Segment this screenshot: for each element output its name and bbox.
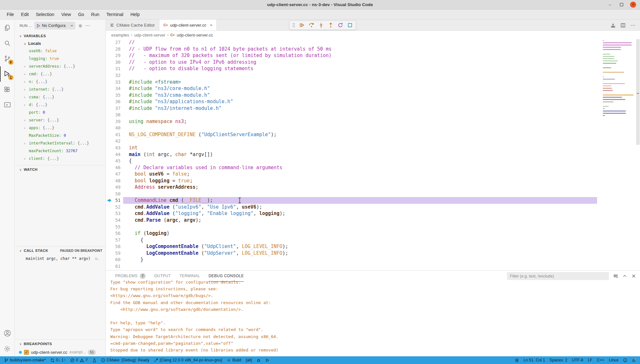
branch-indicator[interactable]: buildsystem-cmake*: [2, 356, 48, 364]
code-line-45[interactable]: 45{: [106, 158, 640, 164]
code-line-50[interactable]: 50: [106, 191, 640, 197]
eol-sequence[interactable]: LF: [585, 356, 595, 364]
breakpoint-row[interactable]: ✓ udp-client-server.cc exampl... 51: [15, 348, 105, 356]
line-number[interactable]: 30: [106, 60, 121, 65]
line-number[interactable]: 41: [106, 132, 121, 137]
run-debug-icon[interactable]: 1: [0, 66, 15, 82]
code-line-56[interactable]: 56 if (logging): [106, 230, 640, 237]
notifications-button[interactable]: [629, 356, 638, 364]
sync-indicator[interactable]: 0↓ 1↑: [48, 356, 68, 364]
breakpoint-checkbox[interactable]: ✓: [24, 350, 29, 355]
code-line-58[interactable]: 58 LogComponentEnable ("UdpClient", LOG_…: [106, 243, 640, 250]
breakpoints-section-header[interactable]: ∨ BREAKPOINTS: [15, 340, 105, 348]
code-line-38[interactable]: 38: [106, 112, 640, 118]
panel-tab-debug-console[interactable]: DEBUG CONSOLE: [209, 270, 244, 282]
remote-indicator[interactable]: [513, 356, 521, 364]
variable-row-serverAddress[interactable]: ›serverAddress: {...}: [15, 62, 105, 70]
line-number[interactable]: 55: [106, 224, 121, 229]
line-number[interactable]: 54: [106, 218, 121, 223]
more-actions-icon[interactable]: ⋯: [630, 22, 636, 28]
chevron-right-icon[interactable]: ›: [24, 88, 29, 91]
watch-section-header[interactable]: ∨ WATCH: [15, 165, 105, 174]
code-line-51[interactable]: 51 CommandLine cmd (__FILE__);: [106, 197, 640, 204]
line-number[interactable]: 59: [106, 251, 121, 256]
step-into-icon[interactable]: [318, 22, 324, 28]
execution-pointer-icon[interactable]: [107, 198, 112, 204]
line-number[interactable]: 37: [106, 106, 121, 111]
indentation[interactable]: Spaces: 2: [547, 356, 570, 364]
panel-tab-terminal[interactable]: TERMINAL: [180, 270, 200, 282]
feedback-button[interactable]: [621, 356, 629, 364]
split-editor-icon[interactable]: [620, 23, 626, 28]
line-number[interactable]: 49: [106, 185, 121, 190]
variable-row-n[interactable]: ›n: {...}: [15, 78, 105, 86]
chevron-right-icon[interactable]: ›: [24, 72, 29, 76]
line-number[interactable]: 29: [106, 53, 121, 58]
line-number[interactable]: 57: [106, 237, 121, 243]
code-line-34[interactable]: 34#include "ns3/core-module.h": [106, 85, 640, 92]
cursor-position[interactable]: Ln 51, Col 1: [521, 356, 547, 364]
chevron-right-icon[interactable]: ›: [24, 80, 29, 84]
line-number[interactable]: 53: [106, 211, 121, 216]
line-number[interactable]: 44: [106, 152, 121, 157]
menu-item-help[interactable]: Help: [127, 11, 143, 18]
minimize-button[interactable]: –: [607, 2, 613, 8]
encoding[interactable]: UTF-8: [569, 356, 585, 364]
settings-gear-icon[interactable]: [0, 341, 15, 356]
code-line-49[interactable]: 49 Address serverAddress;: [106, 184, 640, 191]
line-number[interactable]: 60: [106, 257, 121, 262]
source-control-icon[interactable]: 6: [0, 51, 15, 66]
breadcrumb-item-udp-client-server.cc[interactable]: udp-client-server.cc: [177, 33, 213, 37]
close-panel-icon[interactable]: [631, 274, 636, 278]
code-line-27[interactable]: 27//: [106, 39, 640, 46]
code-line-30[interactable]: 30// - option to use IPv4 or IPv6 addres…: [106, 59, 640, 66]
extensions-icon[interactable]: [0, 82, 15, 97]
step-out-icon[interactable]: [328, 22, 333, 28]
variable-row-MaxPacketSize[interactable]: MaxPacketSize: 0: [15, 132, 105, 139]
variable-row-logging[interactable]: logging: true: [15, 55, 105, 62]
build-target[interactable]: [all]: [243, 356, 254, 364]
editor-scrollbar[interactable]: [636, 39, 640, 270]
code-line-61[interactable]: 61: [106, 263, 640, 270]
code-line-54[interactable]: 54 cmd.Parse (argc, argv);: [106, 217, 640, 224]
code-line-29[interactable]: 29// - maximum of 320 packets sent (or l…: [106, 52, 640, 59]
line-number[interactable]: 33: [106, 79, 121, 85]
code-line-47[interactable]: 47 bool useV6 = false;: [106, 171, 640, 178]
panel-tab-problems[interactable]: PROBLEMS7: [115, 270, 146, 282]
debug-settings-gear-icon[interactable]: [78, 23, 83, 28]
cmake-status[interactable]: CMake: [Debug]: Ready: [99, 356, 152, 364]
call-stack-section-header[interactable]: ∨ CALL STACK PAUSED ON BREAKPOINT: [15, 246, 105, 255]
line-number[interactable]: 45: [106, 158, 121, 163]
step-over-icon[interactable]: [309, 22, 314, 28]
code-line-44[interactable]: 44main (int argc, char *argv[]): [106, 151, 640, 158]
code-line-57[interactable]: 57 {: [106, 236, 640, 243]
console-prompt[interactable]: >: [110, 353, 640, 356]
variable-row-csma[interactable]: ›csma: {...}: [15, 93, 105, 101]
line-number[interactable]: 28: [106, 46, 121, 52]
line-number[interactable]: 48: [106, 178, 121, 183]
variable-row-cmd[interactable]: ›cmd: {...}: [15, 70, 105, 78]
code-line-55[interactable]: 55: [106, 223, 640, 230]
debug-config-dropdown[interactable]: No Configura: [34, 22, 75, 29]
explorer-icon[interactable]: [0, 20, 15, 36]
code-line-36[interactable]: 36#include "ns3/applications-module.h": [106, 98, 640, 105]
code-line-40[interactable]: 40: [106, 125, 640, 131]
line-number[interactable]: 40: [106, 125, 121, 130]
tab-cmake-cache-editor[interactable]: CMake Cache Editor: [106, 20, 159, 30]
line-number[interactable]: 58: [106, 244, 121, 249]
stop-icon[interactable]: [347, 22, 353, 28]
code-line-39[interactable]: 39using namespace ns3;: [106, 118, 640, 125]
code-line-43[interactable]: 43int: [106, 145, 640, 151]
line-number[interactable]: 47: [106, 171, 121, 177]
variable-row-port[interactable]: port: 0: [15, 109, 105, 116]
debug-target-button[interactable]: [254, 356, 263, 364]
code-line-46[interactable]: 46 // Declare variables used in command-…: [106, 164, 640, 171]
test-indicator[interactable]: [90, 356, 99, 364]
code-line-48[interactable]: 48 bool logging = true;: [106, 177, 640, 184]
line-number[interactable]: 27: [106, 40, 121, 45]
chevron-right-icon[interactable]: ›: [24, 103, 29, 107]
menu-item-terminal[interactable]: Terminal: [103, 11, 127, 18]
menu-item-file[interactable]: File: [3, 11, 18, 18]
code-line-52[interactable]: 52 cmd.AddValue ("useIpv6", "Use Ipv6", …: [106, 204, 640, 211]
line-number[interactable]: 35: [106, 93, 121, 98]
